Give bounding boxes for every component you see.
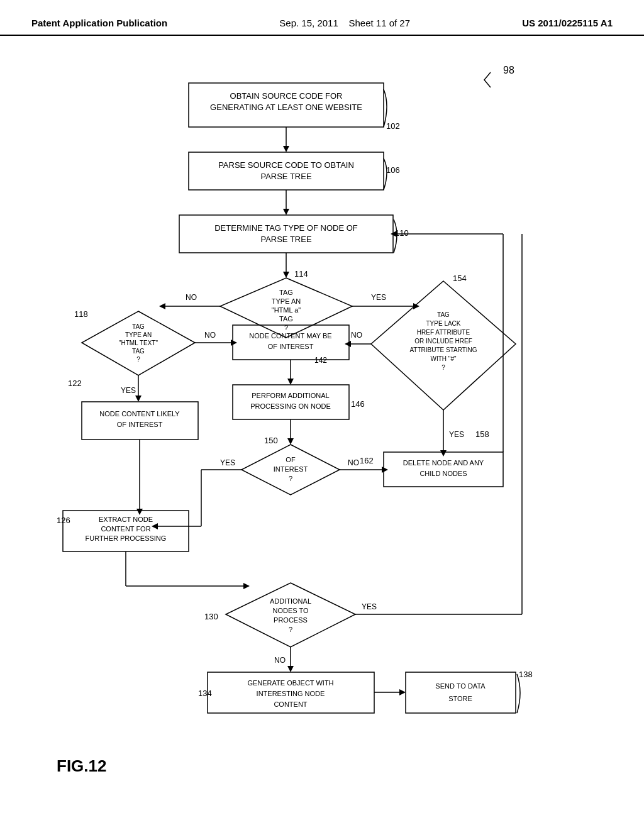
svg-text:PARSE SOURCE CODE TO OBTAIN: PARSE SOURCE CODE TO OBTAIN [218,160,354,170]
svg-text:NO: NO [204,331,216,340]
svg-text:102: 102 [386,121,400,131]
svg-marker-6 [283,146,289,152]
svg-text:OR INCLUDE HREF: OR INCLUDE HREF [414,338,472,345]
svg-text:GENERATING AT LEAST ONE WEBSIT: GENERATING AT LEAST ONE WEBSITE [210,102,362,112]
svg-text:NODE CONTENT LIKELY: NODE CONTENT LIKELY [99,410,180,418]
svg-text:ADDITIONAL: ADDITIONAL [270,597,311,605]
svg-text:NO: NO [186,293,197,302]
svg-text:TYPE AN: TYPE AN [272,297,301,305]
svg-text:YES: YES [362,602,377,611]
svg-text:NO: NO [351,331,362,340]
svg-marker-27 [159,303,165,309]
svg-text:142: 142 [314,356,327,365]
svg-text:PERFORM ADDITIONAL: PERFORM ADDITIONAL [252,392,329,399]
svg-text:158: 158 [475,429,489,439]
svg-text:TAG: TAG [279,289,293,296]
svg-text:YES: YES [220,458,235,467]
svg-text:146: 146 [351,399,365,409]
svg-text:CONTENT FOR: CONTENT FOR [101,525,150,533]
svg-text:?: ? [289,475,292,482]
svg-marker-72 [382,467,388,473]
svg-marker-80 [391,231,397,237]
svg-marker-124 [345,341,351,347]
svg-text:134: 134 [198,689,212,698]
svg-text:122: 122 [68,379,82,388]
svg-marker-44 [231,340,237,346]
svg-marker-12 [283,209,289,215]
svg-marker-40 [135,396,142,402]
diagram-area: 98 OBTAIN SOURCE CODE FOR GENERATING AT … [0,36,644,803]
svg-text:FURTHER PROCESSING: FURTHER PROCESSING [86,534,167,542]
svg-text:PROCESS: PROCESS [274,616,308,624]
svg-text:TAG: TAG [132,323,145,330]
svg-marker-18 [283,272,289,278]
svg-text:138: 138 [519,670,533,679]
svg-text:"HTML a": "HTML a" [272,306,301,314]
svg-text:PARSE TREE: PARSE TREE [260,172,311,181]
svg-text:OF INTEREST: OF INTEREST [268,343,314,350]
svg-text:YES: YES [449,430,464,439]
svg-text:DELETE NODE AND ANY: DELETE NODE AND ANY [403,459,484,467]
svg-text:INTEREST: INTEREST [274,465,308,473]
svg-text:NODES TO: NODES TO [272,607,308,614]
svg-text:FIG.12: FIG.12 [57,756,106,775]
svg-text:INTERESTING NODE: INTERESTING NODE [257,690,325,697]
svg-text:OF INTEREST: OF INTEREST [117,421,163,428]
svg-text:154: 154 [453,274,467,283]
svg-marker-127 [440,450,447,456]
svg-text:STORE: STORE [448,695,472,702]
svg-text:TAG: TAG [437,311,450,318]
svg-text:150: 150 [264,436,278,445]
svg-text:ATTRIBUTE STARTING: ATTRIBUTE STARTING [409,346,477,353]
svg-text:TYPE AN: TYPE AN [125,331,152,338]
svg-text:GENERATE OBJECT WITH: GENERATE OBJECT WITH [247,679,333,687]
svg-text:NO: NO [274,656,286,665]
svg-text:130: 130 [204,612,218,621]
svg-text:?: ? [289,626,292,633]
svg-marker-109 [399,689,406,695]
svg-marker-91 [226,583,355,647]
svg-text:NO: NO [348,458,359,467]
svg-text:SEND TO DATA: SEND TO DATA [435,682,486,690]
svg-text:NODE CONTENT MAY BE: NODE CONTENT MAY BE [249,332,331,340]
svg-marker-87 [136,509,143,515]
svg-marker-69 [152,523,158,529]
svg-text:TAG: TAG [132,348,145,355]
svg-text:YES: YES [121,386,136,395]
header-center: Sep. 15, 2011 Sheet 11 of 27 [279,18,410,28]
svg-text:"HTML TEXT": "HTML TEXT" [119,340,158,346]
svg-rect-110 [406,672,516,713]
header-left: Patent Application Publication [31,18,167,28]
svg-marker-60 [287,438,294,445]
svg-text:?: ? [441,364,445,371]
svg-text:106: 106 [386,165,400,175]
svg-text:PROCESSING ON NODE: PROCESSING ON NODE [250,402,331,410]
svg-marker-90 [243,583,250,589]
svg-text:EXTRACT NODE: EXTRACT NODE [99,516,153,523]
svg-marker-54 [287,379,294,385]
svg-rect-7 [189,152,384,190]
header-right: US 2011/0225115 A1 [522,18,613,28]
svg-text:CHILD NODES: CHILD NODES [419,470,467,477]
svg-text:98: 98 [503,65,514,75]
svg-text:114: 114 [294,269,308,279]
svg-text:WITH "#": WITH "#" [431,355,457,362]
flowchart-svg: 98 OBTAIN SOURCE CODE FOR GENERATING AT … [0,36,644,803]
svg-text:TAG: TAG [279,315,293,323]
svg-text:126: 126 [57,516,70,525]
svg-text:118: 118 [74,309,88,319]
svg-text:OF: OF [286,456,296,463]
svg-marker-114 [371,281,516,410]
page-header: Patent Application Publication Sep. 15, … [0,0,644,36]
svg-text:OBTAIN SOURCE CODE FOR: OBTAIN SOURCE CODE FOR [230,91,343,101]
svg-text:DETERMINE TAG TYPE OF NODE OF: DETERMINE TAG TYPE OF NODE OF [214,223,358,233]
svg-text:YES: YES [371,293,386,302]
svg-rect-13 [179,215,393,253]
svg-text:?: ? [136,356,140,363]
svg-text:162: 162 [360,456,374,465]
svg-text:HREF ATTRIBUTE: HREF ATTRIBUTE [417,329,470,336]
svg-text:CONTENT: CONTENT [274,700,307,708]
svg-marker-101 [287,666,294,672]
svg-text:TYPE LACK: TYPE LACK [426,320,460,327]
svg-text:PARSE TREE: PARSE TREE [260,235,311,244]
